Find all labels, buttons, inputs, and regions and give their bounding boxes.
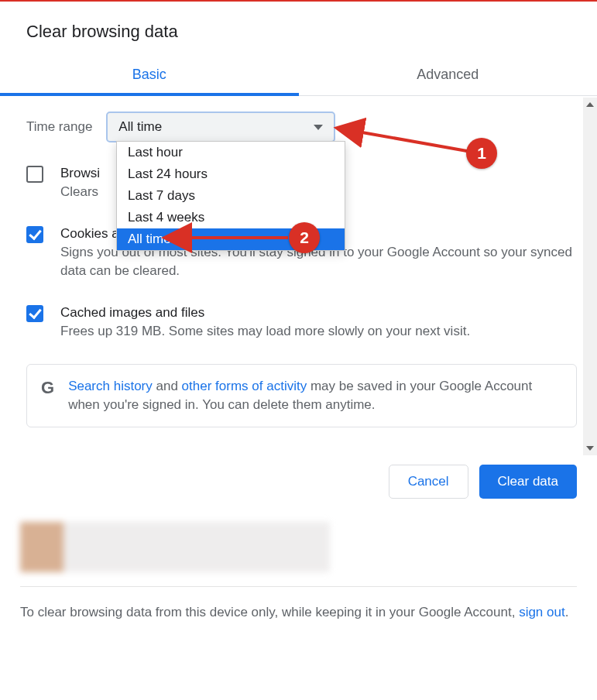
- svg-line-0: [358, 132, 467, 151]
- annotation-badge-2: 2: [289, 222, 320, 253]
- annotation-overlay: [0, 0, 597, 700]
- annotation-badge-1: 1: [466, 138, 497, 169]
- annotation-badge-1-label: 1: [477, 144, 486, 163]
- annotation-badge-2-label: 2: [300, 228, 309, 247]
